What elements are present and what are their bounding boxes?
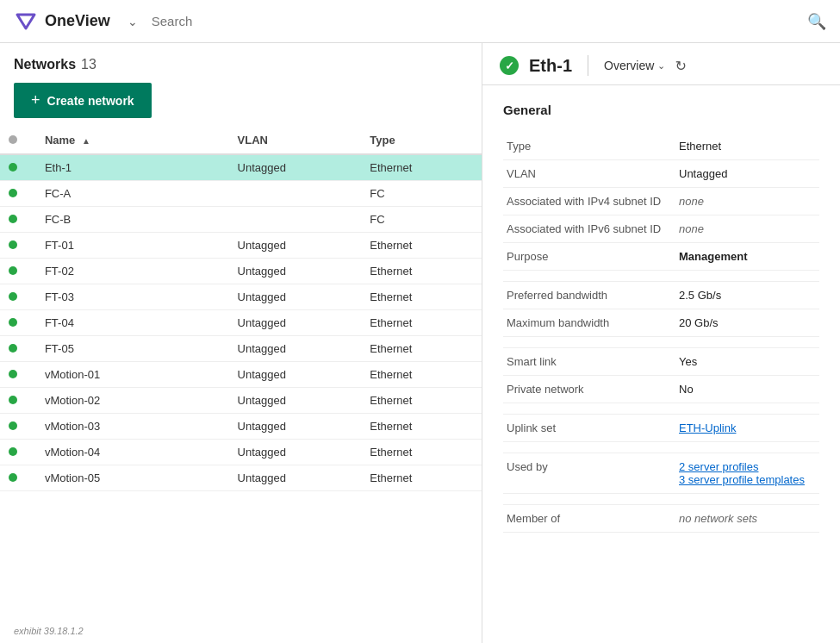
status-dot (9, 421, 17, 430)
row-type: Ethernet (361, 440, 482, 465)
status-dot (9, 215, 17, 223)
status-dot (9, 292, 17, 301)
detail-spacer (503, 337, 819, 348)
table-row[interactable]: FT-01 Untagged Ethernet (0, 233, 482, 259)
detail-label: Type (503, 133, 675, 160)
detail-value: Ethernet (675, 133, 819, 160)
row-vlan (229, 181, 362, 207)
col-header-name[interactable]: Name ▲ (36, 127, 229, 154)
status-dot (9, 473, 17, 482)
detail-spacer (503, 271, 819, 282)
networks-table: Name ▲ VLAN Type Eth-1 Untagged Ethernet… (0, 127, 482, 491)
row-name: vMotion-02 (36, 388, 229, 414)
row-name: vMotion-03 (36, 414, 229, 440)
detail-label: Used by (503, 453, 675, 494)
row-name: FT-04 (36, 310, 229, 336)
table-row[interactable]: vMotion-04 Untagged Ethernet (0, 440, 482, 465)
refresh-icon[interactable]: ↺ (675, 58, 687, 74)
row-status (0, 414, 36, 440)
row-status (0, 362, 36, 388)
left-header: Networks 13 + Create network (0, 43, 482, 127)
detail-label: Member of (503, 505, 675, 533)
search-bar (152, 14, 807, 28)
row-type: Ethernet (361, 336, 482, 362)
search-icon[interactable]: 🔍 (807, 12, 826, 31)
detail-link[interactable]: ETH-Uplink (679, 421, 736, 434)
status-dot (9, 163, 17, 172)
row-name: FT-02 (36, 259, 229, 284)
col-header-type[interactable]: Type (361, 127, 482, 154)
row-vlan: Untagged (229, 414, 362, 440)
row-type: Ethernet (361, 465, 482, 491)
row-vlan: Untagged (229, 233, 362, 259)
general-section-title: General (503, 103, 819, 121)
row-status (0, 154, 36, 181)
right-panel: ✓ Eth-1 Overview ⌄ ↺ General TypeEtherne… (482, 43, 840, 643)
detail-value: none (675, 215, 819, 243)
row-status (0, 181, 36, 207)
detail-row: Associated with IPv4 subnet IDnone (503, 188, 819, 215)
detail-link-2[interactable]: 3 server profile templates (679, 473, 805, 486)
networks-count: 13 (81, 57, 96, 72)
row-type: Ethernet (361, 310, 482, 336)
table-row[interactable]: FC-B FC (0, 207, 482, 233)
row-type: Ethernet (361, 154, 482, 181)
row-vlan: Untagged (229, 284, 362, 310)
app-logo: OneView (14, 9, 110, 34)
eth-status-icon: ✓ (500, 56, 519, 75)
row-type: Ethernet (361, 259, 482, 284)
col-header-status (0, 127, 36, 154)
row-vlan: Untagged (229, 154, 362, 181)
status-dot (9, 266, 17, 275)
detail-value: no network sets (675, 505, 819, 533)
table-row[interactable]: vMotion-03 Untagged Ethernet (0, 414, 482, 440)
detail-row: Maximum bandwidth20 Gb/s (503, 309, 819, 337)
detail-label: Smart link (503, 348, 675, 376)
detail-header: ✓ Eth-1 Overview ⌄ ↺ (482, 43, 840, 85)
row-name: vMotion-01 (36, 362, 229, 388)
create-network-button[interactable]: + Create network (14, 83, 152, 118)
detail-table: TypeEthernetVLANUntaggedAssociated with … (503, 133, 819, 533)
detail-value: Management (675, 243, 819, 271)
detail-value: 20 Gb/s (675, 309, 819, 337)
app-title: OneView (45, 12, 110, 30)
detail-label: VLAN (503, 160, 675, 188)
overview-label: Overview (604, 59, 654, 72)
table-row[interactable]: vMotion-05 Untagged Ethernet (0, 465, 482, 491)
detail-row: Smart linkYes (503, 348, 819, 376)
create-button-label: Create network (47, 94, 134, 108)
status-dot (9, 189, 17, 197)
table-row[interactable]: Eth-1 Untagged Ethernet (0, 154, 482, 181)
col-header-vlan[interactable]: VLAN (229, 127, 362, 154)
row-vlan (229, 207, 362, 233)
row-name: FT-01 (36, 233, 229, 259)
detail-value[interactable]: ETH-Uplink (675, 415, 819, 442)
table-row[interactable]: FT-05 Untagged Ethernet (0, 336, 482, 362)
row-vlan: Untagged (229, 259, 362, 284)
status-header-dot (9, 135, 17, 144)
table-row[interactable]: FT-02 Untagged Ethernet (0, 259, 482, 284)
detail-spacer (503, 442, 819, 453)
row-name: FT-03 (36, 284, 229, 310)
table-row[interactable]: FC-A FC (0, 181, 482, 207)
detail-spacer (503, 494, 819, 505)
detail-label: Associated with IPv6 subnet ID (503, 215, 675, 243)
table-row[interactable]: vMotion-02 Untagged Ethernet (0, 388, 482, 414)
table-row[interactable]: FT-03 Untagged Ethernet (0, 284, 482, 310)
table-row[interactable]: vMotion-01 Untagged Ethernet (0, 362, 482, 388)
app-chevron-icon[interactable]: ⌄ (128, 15, 138, 28)
search-input[interactable] (152, 14, 324, 28)
table-row[interactable]: FT-04 Untagged Ethernet (0, 310, 482, 336)
detail-value: Yes (675, 348, 819, 376)
detail-link-1[interactable]: 2 server profiles (679, 460, 758, 473)
plus-icon: + (31, 91, 40, 109)
overview-button[interactable]: Overview ⌄ (604, 59, 665, 72)
detail-row: TypeEthernet (503, 133, 819, 160)
main-layout: Networks 13 + Create network Name ▲ (0, 43, 840, 643)
detail-label: Associated with IPv4 subnet ID (503, 188, 675, 215)
row-vlan: Untagged (229, 388, 362, 414)
overview-chevron-icon: ⌄ (657, 60, 665, 72)
detail-label: Uplink set (503, 415, 675, 442)
row-type: Ethernet (361, 414, 482, 440)
row-vlan: Untagged (229, 465, 362, 491)
